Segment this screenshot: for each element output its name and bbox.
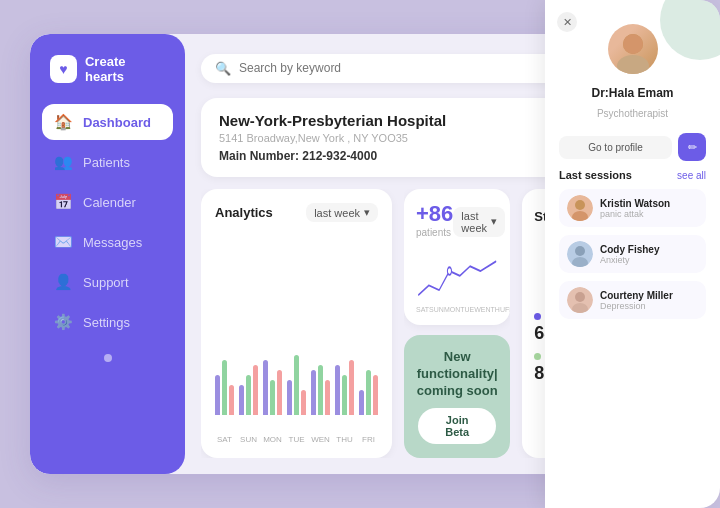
patients-count-block: +86 patients [416, 201, 453, 242]
bar-sat-0 [215, 375, 220, 415]
sidebar-logo: ♥ Create hearts [42, 54, 173, 100]
new-func-title: New functionality| coming soon [417, 349, 498, 400]
right-column: +86 patients last week ▾ [404, 189, 510, 458]
patients-header: +86 patients last week ▾ [416, 201, 498, 242]
join-beta-button[interactable]: Join Beta [418, 408, 496, 444]
session-item-2[interactable]: Cody Fishey Anxiety [559, 235, 690, 273]
sidebar-item-messages[interactable]: ✉️ Messages [42, 224, 173, 260]
day-mon: MON [444, 306, 460, 313]
settings-icon: ⚙️ [54, 313, 73, 331]
bar-group-fri [359, 370, 378, 415]
sidebar-indicator [104, 354, 112, 362]
session-info-1: Kristin Watson panic attak [600, 198, 670, 219]
bar-mon-0 [263, 360, 268, 415]
sidebar-item-settings[interactable]: ⚙️ Settings [42, 304, 173, 340]
calendar-icon: 📅 [54, 193, 73, 211]
bar-label-fri: FRI [359, 435, 378, 444]
bar-label-wen: WEN [311, 435, 330, 444]
bar-sat-1 [222, 360, 227, 415]
see-all-link[interactable]: see all [677, 170, 690, 181]
bar-label-thu: THU [335, 435, 354, 444]
bar-group-tue [287, 355, 306, 415]
bar-group-mon [263, 360, 282, 415]
svg-point-10 [623, 34, 643, 54]
patients-period-label: last week [461, 210, 487, 234]
bar-thu-1 [342, 375, 347, 415]
patients-period-dropdown[interactable]: last week ▾ [453, 207, 505, 237]
session-diag-2: Anxiety [600, 255, 659, 265]
bar-mon-2 [277, 370, 282, 415]
bar-wen-0 [311, 370, 316, 415]
bar-label-mon: MON [263, 435, 282, 444]
bar-group-sat [215, 360, 234, 415]
svg-point-15 [575, 246, 585, 256]
bar-mon-1 [270, 380, 275, 415]
go-profile-button[interactable]: Go to profile [559, 136, 672, 159]
edit-button[interactable]: ✏ [678, 133, 690, 161]
session-name-3: Courteny Miller [600, 290, 673, 301]
svg-point-3 [447, 267, 451, 275]
bar-tue-0 [287, 380, 292, 415]
bar-wen-2 [325, 380, 330, 415]
analytics-period-label: last week [314, 207, 360, 219]
svg-point-12 [575, 200, 585, 210]
day-fri: FRI [505, 306, 510, 313]
session-avatar-1 [567, 195, 593, 221]
bar-group-thu [335, 360, 354, 415]
day-sat: SAT [416, 306, 429, 313]
patients-label: patients [416, 227, 453, 238]
bar-label-sat: SAT [215, 435, 234, 444]
sidebar-item-patients[interactable]: 👥 Patients [42, 144, 173, 180]
bar-sun-2 [253, 365, 258, 415]
bar-group-sun [239, 365, 258, 415]
bar-label-sun: SUN [239, 435, 258, 444]
sidebar-item-dashboard[interactable]: 🏠 Dashboard [42, 104, 173, 140]
last-sessions-label: Last sessions [559, 169, 632, 181]
session-avatar-3 [567, 287, 593, 313]
bar-thu-2 [349, 360, 354, 415]
session-avatar-2 [567, 241, 593, 267]
doctor-panel: ✕ Dr:Hala Emam Psychotherapist Go to pro… [545, 34, 690, 474]
svg-point-18 [575, 292, 585, 302]
day-thu: THU [491, 306, 505, 313]
bar-tue-2 [301, 390, 306, 415]
bar-thu-0 [335, 365, 340, 415]
sidebar-item-calender[interactable]: 📅 Calender [42, 184, 173, 220]
patients-chevron-icon: ▾ [491, 215, 497, 228]
analytics-title: Analytics [215, 205, 273, 220]
session-diag-1: panic attak [600, 209, 670, 219]
day-labels: SAT SUN MON TUE WEN THU FRI [416, 306, 498, 313]
analytics-header: Analytics last week ▾ [215, 203, 378, 222]
bar-fri-1 [366, 370, 371, 415]
bar-wen-1 [318, 365, 323, 415]
bar-sun-0 [239, 385, 244, 415]
analytics-bar-chart [215, 232, 378, 431]
day-tue: TUE [460, 306, 474, 313]
sidebar-item-label-calender: Calender [83, 195, 136, 210]
profile-row: Go to profile ✏ [559, 133, 690, 161]
last-sessions-header: Last sessions see all [559, 169, 690, 181]
session-item-3[interactable]: Courteny Miller Depression [559, 281, 690, 319]
sidebar-item-label-messages: Messages [83, 235, 142, 250]
sidebar-item-label-support: Support [83, 275, 129, 290]
day-wen: WEN [474, 306, 490, 313]
bar-sun-1 [246, 375, 251, 415]
stat-dot-children [534, 313, 541, 320]
session-item-1[interactable]: Kristin Watson panic attak [559, 189, 690, 227]
messages-icon: ✉️ [54, 233, 73, 251]
bar-fri-0 [359, 390, 364, 415]
sidebar-item-label-patients: Patients [83, 155, 130, 170]
logo-icon: ♥ [50, 55, 77, 83]
doctor-name: Dr:Hala Emam [559, 86, 690, 100]
search-icon: 🔍 [215, 61, 231, 76]
home-icon: 🏠 [54, 113, 73, 131]
patients-count: +86 [416, 201, 453, 226]
bar-group-wen [311, 365, 330, 415]
analytics-period-dropdown[interactable]: last week ▾ [306, 203, 378, 222]
new-functionality-card: New functionality| coming soon Join Beta [404, 335, 510, 458]
analytics-bar-labels: SATSUNMONTUEWENTHUFRI [215, 435, 378, 444]
patients-line-chart [416, 252, 498, 304]
bar-fri-2 [373, 375, 378, 415]
sidebar-item-support[interactable]: 👤 Support [42, 264, 173, 300]
green-decoration [660, 34, 690, 60]
